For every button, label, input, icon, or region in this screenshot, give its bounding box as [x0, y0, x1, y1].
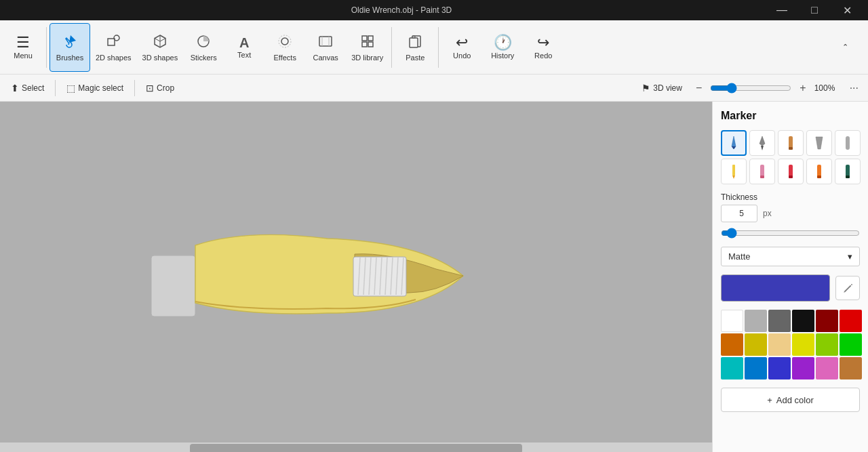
svg-point-1: [114, 35, 119, 41]
menu-button[interactable]: ☰ Menu: [3, 23, 43, 72]
text-button[interactable]: A Text: [224, 23, 264, 72]
brushes-icon: [62, 33, 78, 52]
brush-item-marker-a[interactable]: [721, 130, 747, 156]
zoom-slider[interactable]: [710, 83, 791, 94]
brush-item-marker-warm[interactable]: [778, 130, 804, 156]
brush-item-pen[interactable]: [749, 130, 775, 156]
svg-rect-7: [368, 36, 373, 41]
svg-point-3: [281, 38, 288, 45]
swatch-gray-mid[interactable]: [768, 310, 791, 332]
effects-icon: [277, 33, 293, 52]
history-icon: 🕐: [494, 35, 512, 50]
secondary-toolbar: ⬆ Select ⬚ Magic select ⊡ Crop ⚑ 3D view…: [0, 75, 868, 102]
toolbar-divider-2: [391, 27, 392, 68]
3d-shapes-button[interactable]: 3D shapes: [137, 23, 184, 72]
swatch-yellow-dark[interactable]: [745, 333, 767, 356]
maximize-button[interactable]: □: [799, 0, 830, 20]
zoom-out-button[interactable]: −: [692, 81, 706, 96]
eyedropper-button[interactable]: [835, 276, 860, 300]
swatch-black[interactable]: [792, 310, 814, 332]
text-label: Text: [237, 51, 251, 59]
matte-dropdown[interactable]: Matte ▾: [721, 247, 860, 266]
stickers-button[interactable]: Stickers: [183, 23, 224, 72]
svg-rect-26: [732, 165, 735, 176]
3d-library-button[interactable]: 3D library: [346, 23, 389, 72]
brush-item-airbrush[interactable]: [835, 130, 861, 156]
magic-select-tool[interactable]: ⬚ Magic select: [61, 80, 129, 96]
svg-rect-27: [760, 165, 764, 177]
zoom-controls: ⚑ 3D view − + 100% ···: [636, 80, 863, 96]
thickness-label: Thickness: [721, 192, 860, 202]
swatch-pink[interactable]: [816, 357, 838, 379]
undo-button[interactable]: ↩ Undo: [441, 23, 482, 72]
add-color-label: Add color: [776, 395, 814, 405]
3d-view-toggle[interactable]: ⚑ 3D view: [636, 80, 688, 96]
swatch-yellow[interactable]: [792, 333, 814, 356]
swatch-purple[interactable]: [792, 357, 814, 379]
paste-button[interactable]: Paste: [395, 23, 435, 72]
stickers-icon: [195, 33, 212, 52]
brush-item-calligraphy[interactable]: [806, 130, 832, 156]
swatch-lime[interactable]: [816, 333, 838, 356]
color-preview[interactable]: [721, 274, 830, 302]
3d-model-view: [138, 201, 504, 353]
brush-item-marker-teal[interactable]: [835, 159, 861, 184]
3d-view-label: 3D view: [653, 83, 682, 93]
select-tool[interactable]: ⬆ Select: [5, 80, 50, 96]
swatch-orange[interactable]: [721, 333, 743, 356]
swatch-blue[interactable]: [745, 357, 767, 379]
add-color-button[interactable]: + Add color: [721, 388, 860, 412]
crop-label: Crop: [157, 83, 174, 93]
swatch-tan[interactable]: [768, 333, 791, 356]
history-button[interactable]: 🕐 History: [482, 23, 523, 72]
brush-item-marker-red[interactable]: [778, 159, 804, 184]
horizontal-scrollbar[interactable]: [0, 443, 712, 452]
magic-select-icon: ⬚: [66, 83, 75, 94]
titlebar: Oldie Wrench.obj - Paint 3D — □ ✕: [0, 0, 868, 20]
brush-item-pencil[interactable]: [721, 159, 747, 184]
zoom-in-button[interactable]: +: [795, 81, 810, 96]
effects-button[interactable]: Effects: [264, 23, 305, 72]
zoom-value: 100%: [814, 83, 842, 93]
2d-shapes-button[interactable]: 2D shapes: [90, 23, 137, 72]
2d-shapes-label: 2D shapes: [96, 54, 132, 62]
svg-rect-0: [108, 39, 115, 45]
brush-item-marker-pink[interactable]: [749, 159, 775, 184]
thickness-slider[interactable]: [721, 228, 860, 239]
thickness-unit: px: [763, 209, 772, 218]
thickness-slider-row: [721, 228, 860, 239]
brushes-button[interactable]: Brushes: [50, 23, 90, 72]
minimize-button[interactable]: —: [766, 0, 797, 20]
close-button[interactable]: ✕: [831, 0, 863, 20]
chevron-down-icon: ▾: [848, 251, 852, 262]
toolbar-divider-3: [438, 27, 439, 68]
3d-view-icon: ⚑: [642, 83, 650, 94]
redo-label: Redo: [534, 52, 552, 60]
swatch-red[interactable]: [840, 310, 862, 332]
menu-icon: ☰: [16, 35, 30, 50]
swatch-dark-red[interactable]: [816, 310, 838, 332]
thickness-input[interactable]: [721, 205, 757, 222]
swatch-green[interactable]: [840, 333, 862, 356]
3d-shapes-icon: [152, 33, 168, 52]
canvas-button[interactable]: Canvas: [305, 23, 346, 72]
matte-label: Matte: [728, 251, 751, 262]
swatch-gray-light[interactable]: [745, 310, 767, 332]
svg-rect-31: [817, 165, 821, 177]
swatch-brown[interactable]: [840, 357, 862, 379]
history-label: History: [491, 52, 514, 60]
magic-select-label: Magic select: [78, 83, 123, 93]
crop-tool[interactable]: ⊡ Crop: [140, 80, 180, 96]
main-area: Marker: [0, 102, 868, 452]
swatch-white[interactable]: [721, 310, 743, 332]
canvas-content: [0, 102, 712, 452]
svg-rect-11: [410, 38, 418, 47]
swatch-dark-blue[interactable]: [768, 357, 791, 379]
more-options-button[interactable]: ···: [846, 81, 863, 96]
collapse-button[interactable]: ⌃: [825, 23, 865, 72]
svg-rect-34: [846, 176, 850, 178]
swatch-teal[interactable]: [721, 357, 743, 379]
redo-button[interactable]: ↪ Redo: [523, 23, 564, 72]
brush-item-marker-orange[interactable]: [806, 159, 832, 184]
canvas-area[interactable]: [0, 102, 712, 452]
